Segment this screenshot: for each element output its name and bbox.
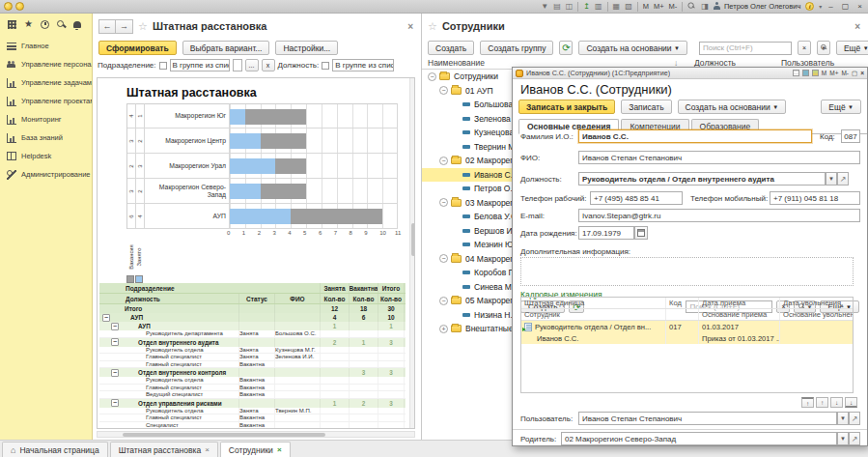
- current-user[interactable]: Петров Олег Олегович: [714, 2, 800, 11]
- search-icon[interactable]: [688, 2, 696, 10]
- generate-button[interactable]: Сформировать: [98, 41, 177, 55]
- report-vertical-scrollbar[interactable]: [409, 78, 414, 428]
- col-hire-date[interactable]: Дата приема: [699, 298, 780, 308]
- more-button[interactable]: Ещё ▼: [821, 100, 861, 114]
- refresh-button[interactable]: ⟳: [559, 41, 573, 55]
- report-row[interactable]: Руководитель департаментаЗанятаБольшова …: [99, 330, 406, 338]
- search-icon[interactable]: [57, 20, 66, 29]
- sidebar-item-управление-персоналом[interactable]: Управление персоналом: [0, 55, 92, 73]
- go-next-button[interactable]: ↓: [830, 397, 843, 408]
- mobile-phone-input[interactable]: +7 (911) 045 81 18: [770, 191, 860, 205]
- scale-m-minus-button[interactable]: M-: [841, 70, 849, 76]
- panel-icon[interactable]: ◨: [701, 2, 709, 12]
- report-row[interactable]: Руководитель отделаЗанятаКузнецова М.Г.: [99, 347, 406, 355]
- code-input[interactable]: 087: [841, 129, 860, 143]
- report-horizontal-scrollbar[interactable]: [97, 431, 415, 438]
- parent-open-button[interactable]: ↗: [849, 432, 860, 445]
- report-row[interactable]: Руководитель отделаЗанятаТвернин М.П.: [99, 408, 406, 415]
- department-filter-checkbox[interactable]: [159, 62, 167, 70]
- panel-icon[interactable]: [802, 70, 809, 76]
- create-button[interactable]: Создать: [428, 41, 474, 55]
- col-fire-basis[interactable]: Основание увольнения: [780, 309, 854, 320]
- column-name[interactable]: Наименование: [428, 58, 485, 68]
- scale-m-button[interactable]: M: [822, 70, 826, 76]
- department-pick-button[interactable]: ...: [245, 59, 259, 71]
- sidebar-item-главное[interactable]: Главное: [0, 37, 92, 55]
- expander-collapse-icon[interactable]: −: [439, 157, 448, 165]
- birthdate-calendar-button[interactable]: [634, 226, 648, 240]
- create-group-button[interactable]: Создать группу: [480, 41, 553, 55]
- parent-dropdown-button[interactable]: ▼: [837, 432, 849, 445]
- scale-m-plus-button[interactable]: M+: [829, 70, 838, 76]
- back-button[interactable]: ←: [98, 19, 116, 34]
- sidebar-item-управление-задачами[interactable]: Управление задачами: [0, 73, 92, 92]
- go-prev-button[interactable]: ↑: [816, 397, 828, 408]
- maximize-dialog-button[interactable]: ▢: [852, 70, 857, 77]
- favorite-star-icon[interactable]: ☆: [138, 20, 148, 33]
- chevron-down-icon[interactable]: ▾: [819, 2, 822, 12]
- report-row[interactable]: Ведущий специалистВакантна: [99, 391, 406, 399]
- scale-m-minus-button[interactable]: M-: [669, 2, 678, 11]
- report-row[interactable]: Главный специалистВакантна: [99, 361, 406, 369]
- print-icon[interactable]: [793, 70, 799, 76]
- lastname-input[interactable]: Иванов С.С.: [578, 129, 812, 143]
- close-staffing-window-button[interactable]: ×: [407, 21, 413, 32]
- save-icon[interactable]: ▼: [541, 2, 548, 12]
- scale-m-button[interactable]: M: [643, 2, 649, 11]
- sidebar-item-управление-проектами[interactable]: Управление проектами: [0, 92, 92, 110]
- position-input[interactable]: Руководитель отдела / Отдел внутреннего …: [578, 172, 826, 186]
- expander-expand-icon[interactable]: +: [439, 325, 448, 333]
- position-filter-checkbox[interactable]: [322, 62, 329, 70]
- create-based-on-button[interactable]: Создать на основании ▼: [578, 41, 687, 55]
- scale-m-plus-button[interactable]: M+: [654, 2, 664, 11]
- close-tab-icon[interactable]: ×: [205, 445, 210, 454]
- go-last-button[interactable]: ↓: [845, 397, 857, 408]
- collapse-group-button[interactable]: −: [111, 399, 119, 407]
- col-employee[interactable]: Сотрудник: [521, 309, 666, 320]
- parent-input[interactable]: 02 Макрорегион Северо-Запад: [561, 432, 837, 445]
- hr-row-employee[interactable]: Иванов С.С. Приказ от 01.03.2017 ...: [521, 332, 853, 344]
- report-row[interactable]: Руководитель отделаВакантна: [99, 377, 406, 385]
- expander-collapse-icon[interactable]: −: [439, 254, 448, 263]
- email-input[interactable]: Ivanov.Stepan@gtrk.ru: [578, 209, 860, 222]
- position-filter-combo[interactable]: В группе из списка ▼: [332, 59, 394, 71]
- col-hire-basis[interactable]: Основание приема: [699, 309, 780, 320]
- window-tab-сотрудники[interactable]: Сотрудники×: [220, 442, 291, 457]
- report-row[interactable]: Главный специалистВакантна: [99, 385, 406, 392]
- search-input[interactable]: [699, 42, 792, 55]
- report-row[interactable]: −Отдел внутреннего аудита213: [99, 338, 406, 347]
- col-fire-date[interactable]: Дата увольнения: [780, 298, 854, 308]
- favorite-star-icon[interactable]: ☆: [428, 20, 437, 33]
- choose-variant-button[interactable]: Выбрать вариант...: [182, 41, 270, 55]
- save-button[interactable]: Записать: [621, 100, 671, 114]
- more-button[interactable]: Ещё ▼: [836, 41, 868, 55]
- search-button[interactable]: ▼: [817, 41, 830, 55]
- collapse-group-button[interactable]: −: [111, 338, 119, 346]
- department-clear-button[interactable]: x: [262, 59, 275, 71]
- close-app-button[interactable]: ×: [855, 2, 864, 11]
- report-row[interactable]: Итого121830: [99, 304, 406, 313]
- close-employees-window-button[interactable]: ×: [854, 21, 860, 32]
- user-input[interactable]: Иванов Степан Степанович: [578, 412, 837, 425]
- tab-home[interactable]: ⌂ Начальная страница: [2, 442, 108, 457]
- collapse-group-button[interactable]: −: [111, 369, 119, 377]
- minimize-button[interactable]: –: [826, 2, 834, 11]
- col-unit[interactable]: Штатная единица: [521, 298, 666, 308]
- sidebar-item-helpdesk[interactable]: Helpdesk: [0, 147, 92, 165]
- window-tab-штатная-расстановка[interactable]: Штатная расстановка×: [110, 442, 218, 457]
- clear-search-button[interactable]: ×: [798, 41, 811, 55]
- restore-button[interactable]: ▢: [840, 2, 852, 11]
- position-open-button[interactable]: ↗: [837, 172, 849, 186]
- report-row[interactable]: −Отдел управления рисками123: [99, 399, 406, 408]
- save-and-close-button[interactable]: Записать и закрыть: [518, 100, 615, 114]
- collapse-group-button[interactable]: −: [111, 323, 119, 330]
- expander-collapse-icon[interactable]: −: [439, 198, 448, 207]
- go-first-button[interactable]: ↑: [801, 397, 814, 408]
- menu-grid-icon[interactable]: [8, 20, 16, 29]
- favorites-icon[interactable]: ★: [24, 19, 33, 29]
- app-icon-1c[interactable]: [4, 2, 13, 11]
- expander-collapse-icon[interactable]: −: [439, 86, 448, 95]
- fio-input[interactable]: Иванов Степан Степанович: [578, 151, 860, 164]
- birthdate-input[interactable]: 17.09.1979: [578, 226, 634, 240]
- print-icon[interactable]: ▤: [553, 2, 561, 12]
